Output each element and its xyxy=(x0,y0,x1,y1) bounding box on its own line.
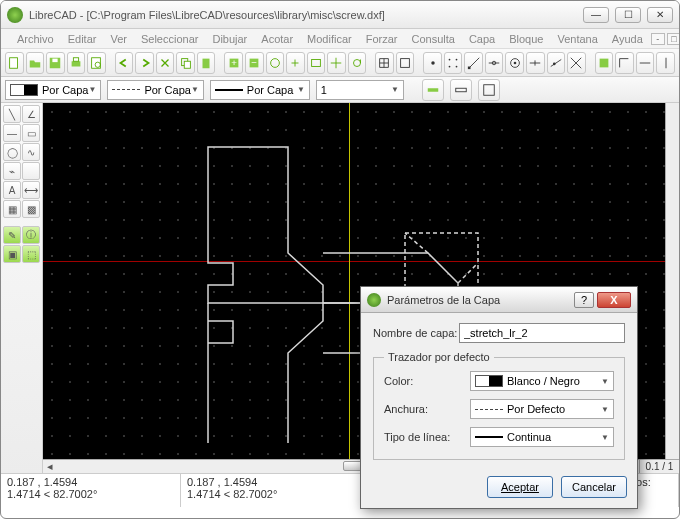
svg-rect-4 xyxy=(73,57,78,61)
zoom-extents-button[interactable] xyxy=(266,52,285,74)
menu-bloque[interactable]: Bloque xyxy=(503,31,549,47)
snap-free-button[interactable] xyxy=(423,52,442,74)
tool-ellipse[interactable]: ◯ xyxy=(3,143,21,161)
lineweight-combo[interactable]: 1 ▼ xyxy=(316,80,404,100)
zoom-pan-button[interactable] xyxy=(327,52,346,74)
color-value: Blanco / Negro xyxy=(507,375,580,387)
tool-hline[interactable]: ― xyxy=(3,124,21,142)
svg-point-27 xyxy=(553,62,556,65)
zoom-out-button[interactable]: − xyxy=(245,52,264,74)
zoom-previous-button[interactable] xyxy=(286,52,305,74)
restrict-horiz-button[interactable] xyxy=(636,52,655,74)
restrict-vert-button[interactable] xyxy=(656,52,675,74)
layer-toolbar: Por Capa ▼ Por Capa ▼ Por Capa ▼ 1 ▼ xyxy=(1,77,679,103)
copy-button[interactable] xyxy=(176,52,195,74)
print-button[interactable] xyxy=(67,52,86,74)
color-bylayer-combo[interactable]: Por Capa ▼ xyxy=(5,80,101,100)
tool-text[interactable]: A xyxy=(3,181,21,199)
dialog-app-icon xyxy=(367,293,381,307)
chevron-down-icon: ▼ xyxy=(297,85,305,94)
print-preview-button[interactable] xyxy=(87,52,106,74)
restrict-ortho-button[interactable] xyxy=(615,52,634,74)
tool-modify[interactable]: ✎ xyxy=(3,226,21,244)
snap-grid-button[interactable] xyxy=(444,52,463,74)
width-value: Por Defecto xyxy=(507,403,565,415)
menu-modificar[interactable]: Modificar xyxy=(301,31,358,47)
cancel-button[interactable]: Cancelar xyxy=(561,476,627,498)
zoom-in-button[interactable]: + xyxy=(224,52,243,74)
menu-consulta[interactable]: Consulta xyxy=(406,31,461,47)
toolopt-1-button[interactable] xyxy=(422,79,444,101)
width-bylayer-combo[interactable]: Por Capa ▼ xyxy=(107,80,203,100)
draft-toggle-button[interactable] xyxy=(396,52,415,74)
minimize-button[interactable]: — xyxy=(583,7,609,23)
dialog-help-button[interactable]: ? xyxy=(574,292,594,308)
open-file-button[interactable] xyxy=(26,52,45,74)
cut-button[interactable] xyxy=(156,52,175,74)
tool-rect[interactable]: ▭ xyxy=(22,124,40,142)
tool-image[interactable]: ▩ xyxy=(22,200,40,218)
chevron-down-icon: ▼ xyxy=(601,405,609,414)
undo-button[interactable] xyxy=(115,52,134,74)
scroll-left-icon[interactable]: ◂ xyxy=(43,461,57,473)
dialog-close-button[interactable]: X xyxy=(597,292,631,308)
linetype-combo[interactable]: Continua ▼ xyxy=(470,427,614,447)
snap-endpoint-button[interactable] xyxy=(464,52,483,74)
redo-button[interactable] xyxy=(135,52,154,74)
tool-hatch[interactable]: ▦ xyxy=(3,200,21,218)
combo-label: Por Capa xyxy=(144,84,190,96)
snap-intersection-button[interactable] xyxy=(567,52,586,74)
zoom-redraw-button[interactable] xyxy=(348,52,367,74)
menu-archivo[interactable]: Archivo xyxy=(11,31,60,47)
menu-ayuda[interactable]: Ayuda xyxy=(606,31,649,47)
snap-middle-button[interactable] xyxy=(526,52,545,74)
mdi-minimize-button[interactable]: - xyxy=(651,33,665,45)
snap-center-button[interactable] xyxy=(505,52,524,74)
svg-point-14 xyxy=(270,58,279,67)
tool-line[interactable]: ╲ xyxy=(3,105,21,123)
width-combo[interactable]: Por Defecto ▼ xyxy=(470,399,614,419)
layer-name-input[interactable] xyxy=(459,323,625,343)
svg-rect-15 xyxy=(311,59,320,66)
menu-forzar[interactable]: Forzar xyxy=(360,31,404,47)
menu-capa[interactable]: Capa xyxy=(463,31,501,47)
toolopt-2-button[interactable] xyxy=(450,79,472,101)
snap-entity-button[interactable] xyxy=(485,52,504,74)
zoom-window-button[interactable] xyxy=(307,52,326,74)
tool-spline[interactable]: ∿ xyxy=(22,143,40,161)
menu-dibujar[interactable]: Dibujar xyxy=(206,31,253,47)
linetype-bylayer-combo[interactable]: Por Capa ▼ xyxy=(210,80,310,100)
restrict-nothing-button[interactable] xyxy=(595,52,614,74)
chevron-down-icon: ▼ xyxy=(88,85,96,94)
maximize-button[interactable]: ☐ xyxy=(615,7,641,23)
menu-editar[interactable]: Editar xyxy=(62,31,103,47)
app-icon xyxy=(7,7,23,23)
menu-ventana[interactable]: Ventana xyxy=(551,31,603,47)
save-file-button[interactable] xyxy=(46,52,65,74)
vertical-scrollbar[interactable] xyxy=(665,103,679,459)
paste-button[interactable] xyxy=(197,52,216,74)
mdi-restore-button[interactable]: □ xyxy=(667,33,680,45)
menu-ver[interactable]: Ver xyxy=(104,31,133,47)
menu-acotar[interactable]: Acotar xyxy=(255,31,299,47)
tool-select[interactable]: ⬚ xyxy=(22,245,40,263)
close-button[interactable]: ✕ xyxy=(647,7,673,23)
svg-rect-0 xyxy=(10,57,18,68)
dialog-titlebar[interactable]: Parámetros de la Capa ? X xyxy=(361,287,637,313)
tool-angle[interactable]: ∠ xyxy=(22,105,40,123)
snap-distance-button[interactable] xyxy=(547,52,566,74)
svg-point-21 xyxy=(449,65,451,67)
ok-button[interactable]: Aceptar xyxy=(487,476,553,498)
color-combo[interactable]: Blanco / Negro ▼ xyxy=(470,371,614,391)
tool-block[interactable]: ▣ xyxy=(3,245,21,263)
tool-info[interactable]: ⓘ xyxy=(22,226,40,244)
toolopt-3-button[interactable] xyxy=(478,79,500,101)
grid-toggle-button[interactable] xyxy=(375,52,394,74)
new-file-button[interactable] xyxy=(5,52,24,74)
tool-polyline[interactable]: ⌁ xyxy=(3,162,21,180)
menu-seleccionar[interactable]: Seleccionar xyxy=(135,31,204,47)
default-pen-group: Trazador por defecto Color: Blanco / Neg… xyxy=(373,351,625,460)
svg-text:−: − xyxy=(251,56,257,67)
tool-dimension[interactable]: ⟷ xyxy=(22,181,40,199)
linetype-label: Tipo de línea: xyxy=(384,431,470,443)
